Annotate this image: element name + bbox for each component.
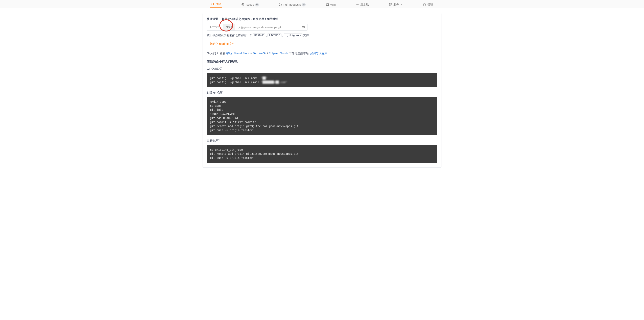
ssh-button[interactable]: SSH xyxy=(223,24,235,30)
pull-request-icon xyxy=(279,3,282,6)
svg-rect-9 xyxy=(390,4,390,4)
top-nav-bar: 代码 Issues 0 Pull Requests 0 Wiki xyxy=(0,0,644,8)
quick-setup-panel: 快速设置— 如果你知道该怎么操作，直接使用下面的地址 HTTPS SSH 我们强… xyxy=(202,13,442,168)
tab-code[interactable]: 代码 xyxy=(210,2,222,8)
clone-url-row: HTTPS SSH xyxy=(207,24,437,31)
svg-rect-12 xyxy=(391,5,392,6)
xcode-link[interactable]: Xcode xyxy=(280,52,288,55)
book-icon xyxy=(326,3,329,6)
tab-manage[interactable]: 管理 xyxy=(422,3,434,8)
tutorial-title: 简易的命令行入门教程: xyxy=(207,60,437,64)
license-tag: LICENSE xyxy=(268,33,282,37)
global-settings-code: git config --global user.name "██" git c… xyxy=(207,73,437,87)
code-fragment: git config --global user.email xyxy=(210,80,261,84)
tab-pull-requests[interactable]: Pull Requests 0 xyxy=(278,3,306,8)
tab-label: Wiki xyxy=(330,3,336,6)
text-fragment: 我们强烈建议所有的git仓库都有一个 xyxy=(207,34,253,37)
tortoisegit-link[interactable]: TortoiseGit xyxy=(253,52,266,55)
redacted-email: "███████@██.com" xyxy=(261,80,287,84)
create-repo-code: mkdir apps cd apps git init touch README… xyxy=(207,97,437,135)
code-fragment: git config --global user.name xyxy=(210,76,261,80)
tab-label: Pull Requests xyxy=(284,3,301,6)
clone-url-input[interactable] xyxy=(235,24,300,31)
tab-label: 管理 xyxy=(427,3,433,6)
pr-count-badge: 0 xyxy=(302,3,306,6)
text-fragment: Git入门？ 查看 xyxy=(207,52,226,55)
tab-label: Issues xyxy=(246,3,254,6)
text-fragment: / xyxy=(278,52,280,55)
existing-repo-code: cd existing_git_repo git remote add orig… xyxy=(207,145,437,163)
code-icon xyxy=(211,2,214,6)
init-readme-button[interactable]: 初始化 readme 文件 xyxy=(207,41,238,47)
text-fragment: 下如何连接本站, xyxy=(289,52,310,55)
eclipse-link[interactable]: Eclipse xyxy=(269,52,278,55)
svg-point-5 xyxy=(281,5,282,6)
svg-rect-11 xyxy=(390,5,390,6)
tab-services[interactable]: 服务 xyxy=(388,3,404,8)
tab-issues[interactable]: Issues 0 xyxy=(240,3,260,8)
chevron-down-icon xyxy=(401,4,403,6)
create-repo-title: 创建 git 仓库: xyxy=(207,91,437,94)
tab-label: 代码 xyxy=(216,2,221,6)
gitignore-tag: .gitignore xyxy=(284,33,302,37)
text-fragment: / xyxy=(267,52,269,55)
svg-rect-10 xyxy=(391,4,392,4)
svg-point-3 xyxy=(280,5,280,6)
protocol-toggle: HTTPS SSH xyxy=(207,24,235,31)
copy-icon xyxy=(302,26,305,29)
tab-wiki[interactable]: Wiki xyxy=(325,3,336,8)
text-fragment: , xyxy=(282,34,284,37)
svg-point-2 xyxy=(280,4,280,4)
record-icon xyxy=(241,3,244,6)
svg-point-7 xyxy=(358,4,359,5)
quick-setup-title: 快速设置— 如果你知道该怎么操作，直接使用下面的地址 xyxy=(207,17,437,21)
help-link[interactable]: 帮助 xyxy=(226,52,232,55)
recommend-text: 我们强烈建议所有的git仓库都有一个 README , LICENSE , .g… xyxy=(207,34,437,37)
copy-url-button[interactable] xyxy=(300,24,308,31)
redacted-name: "██" xyxy=(261,76,268,80)
issues-count-badge: 0 xyxy=(255,3,259,6)
https-button[interactable]: HTTPS xyxy=(207,24,223,30)
tab-pipeline[interactable]: 流水线 xyxy=(355,3,370,8)
tab-label: 服务 xyxy=(394,3,399,6)
grid-icon xyxy=(389,3,392,6)
global-settings-title: Git 全局设置: xyxy=(207,67,437,71)
import-repo-link[interactable]: 如何导入仓库 xyxy=(310,52,327,55)
tab-label: 流水线 xyxy=(360,3,369,6)
git-intro-line: Git入门？ 查看 帮助 , Visual Studio / TortoiseG… xyxy=(207,52,437,55)
svg-point-6 xyxy=(356,4,357,5)
text-fragment: 文件 xyxy=(303,34,309,37)
shield-icon xyxy=(423,3,426,6)
existing-repo-title: 已有仓库? xyxy=(207,139,437,142)
visual-studio-link[interactable]: Visual Studio xyxy=(234,52,250,55)
pipeline-icon xyxy=(356,3,359,6)
svg-point-1 xyxy=(242,4,243,5)
readme-tag: README xyxy=(253,33,265,37)
